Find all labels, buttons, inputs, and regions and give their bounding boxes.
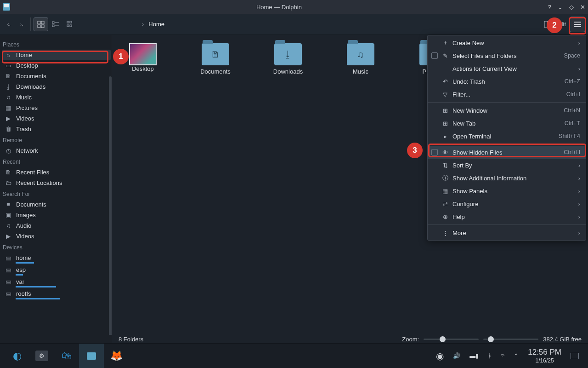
folder-music[interactable]: ♫Music [343,43,379,75]
menu-item-configure[interactable]: ⇄Configure› [428,197,586,210]
menu-item-create-new[interactable]: ＋Create New› [428,36,586,49]
start-button[interactable]: ◐ [5,344,29,368]
chevron-right-icon: › [142,21,144,28]
chevron-right-icon: › [578,213,580,220]
steam-tray-icon[interactable]: ◉ [436,351,444,362]
sidebar-item-icon: 🗎 [5,73,12,80]
callout-box-1 [2,51,108,63]
breadcrumb[interactable]: › Home [142,21,164,28]
menu-item-undo-trash[interactable]: ↶Undo: TrashCtrl+Z [428,75,586,88]
menu-shortcut: Ctrl+I [566,91,580,98]
sidebar-head-places: Places [2,39,111,50]
sidebar-item-label: Downloads [16,83,45,90]
volume-tray-icon[interactable]: 🔊 [453,352,460,359]
sidebar-item-icon: ◷ [5,147,12,154]
sidebar-item-network[interactable]: ◷Network [2,145,111,156]
icon-view-button[interactable] [34,17,48,31]
title-bar: Home — Dolphin ? ⌄ ◇ ✕ [0,0,588,14]
sidebar-item-icon: 🖴 [5,266,12,273]
bluetooth-tray-icon[interactable]: ᚼ [488,352,492,359]
wifi-tray-icon[interactable]: ⌔ [501,352,504,359]
zoom-slider[interactable] [424,339,479,340]
close-icon[interactable]: ✕ [580,4,585,11]
sidebar-item-recent-locations[interactable]: 🗁Recent Locations [2,178,111,188]
folder-desktop[interactable]: Desktop [125,43,161,75]
sidebar-item-esp[interactable]: 🖴esp [2,264,111,275]
forward-button[interactable]: ›. [16,18,28,30]
menu-icon: ↶ [441,78,449,85]
sidebar-item-music[interactable]: ♫Music [2,92,111,103]
menu-shortcut: Shift+F4 [559,133,580,139]
menu-item-new-window[interactable]: ⊞New WindowCtrl+N [428,104,586,117]
minimize-icon[interactable]: ⌄ [558,4,563,11]
chevron-right-icon: › [578,230,580,236]
menu-item-help[interactable]: ⊕Help› [428,210,586,223]
chevron-up-icon[interactable]: ⌃ [514,352,519,359]
sidebar-item-recent-files[interactable]: 🗎Recent Files [2,167,111,178]
svg-rect-11 [70,25,72,27]
menu-item-new-tab[interactable]: ⊞New TabCtrl+T [428,117,586,130]
battery-tray-icon[interactable]: ▬▮ [469,352,479,359]
folder-icon: 🗎 [202,43,229,65]
sidebar-item-images[interactable]: ▣Images [2,210,111,220]
clock[interactable]: 12:56 PM 1/16/25 [528,348,561,364]
settings-app-icon[interactable]: ⚙ [29,344,54,368]
details-view-button[interactable] [63,17,78,31]
menu-label: Help [452,213,575,220]
sidebar-scrollbar[interactable] [109,76,112,335]
svg-rect-2 [38,25,40,28]
folder-documents[interactable]: 🗎Documents [198,43,233,75]
callout-3: 3 [407,143,423,158]
dolphin-app-icon[interactable] [79,344,104,368]
sidebar-head-recent: Recent [2,156,111,167]
callout-box-2 [569,17,586,34]
sidebar-item-downloads[interactable]: ⭳Downloads [2,81,111,92]
help-icon[interactable]: ? [548,4,551,11]
sidebar-item-rootfs[interactable]: 🖴rootfs [2,288,111,299]
zoom-slider-2[interactable] [483,339,538,340]
menu-item-select-files-and-folders[interactable]: ✎Select Files and FoldersSpace [428,49,586,62]
sidebar-item-home[interactable]: 🖴home [2,253,111,263]
folder-label: Music [353,68,368,75]
menu-item-sort-by[interactable]: ⇅Sort By› [428,159,586,172]
sidebar-item-videos[interactable]: ▶Videos [2,231,111,242]
menu-label: Filter... [452,91,563,98]
chevron-right-icon: › [578,40,580,46]
menu-icon: ⊕ [441,213,449,220]
menu-label: New Window [452,107,560,114]
menu-icon: ⓘ [441,174,449,182]
menu-icon: ▸ [441,133,449,140]
show-desktop-button[interactable] [571,353,579,359]
breadcrumb-home[interactable]: Home [148,21,164,28]
maximize-icon[interactable]: ◇ [569,4,574,11]
sidebar-item-documents[interactable]: ≡Documents [2,199,111,210]
folder-downloads[interactable]: ⭳Downloads [270,43,306,75]
menu-item-show-panels[interactable]: ▦Show Panels› [428,184,586,197]
chevron-right-icon: › [578,188,580,195]
menu-label: Actions for Current View [452,65,575,72]
sidebar-item-icon: 🖴 [5,278,12,285]
menu-item-show-additional-information[interactable]: ⓘShow Additional Information› [428,172,586,184]
sidebar-item-label: Images [16,212,36,218]
sidebar-item-videos[interactable]: ▶Videos [2,113,111,124]
menu-icon: ＋ [441,39,449,47]
sidebar-item-audio[interactable]: ♫Audio [2,220,111,231]
taskbar: ◐ ⚙ 🛍 🦊 ◉ 🔊 ▬▮ ᚼ ⌔ ⌃ 12:56 PM 1/16/25 [0,343,588,368]
firefox-app-icon[interactable]: 🦊 [104,344,129,368]
compact-view-button[interactable] [48,17,63,31]
sidebar-item-documents[interactable]: 🗎Documents [2,71,111,81]
menu-item-more[interactable]: ⋮More› [428,226,586,239]
back-button[interactable]: ‹. [3,18,15,30]
sidebar-item-trash[interactable]: 🗑Trash [2,124,111,134]
sidebar-item-label: rootfs [16,290,31,297]
folder-label: Documents [200,68,231,75]
menu-item-open-terminal[interactable]: ▸Open TerminalShift+F4 [428,130,586,143]
folder-icon: ⭳ [274,43,302,65]
menu-item-actions-for-current-view[interactable]: Actions for Current View› [428,62,586,75]
sidebar-item-pictures[interactable]: ▦Pictures [2,103,111,113]
sidebar-item-var[interactable]: 🖴var [2,276,111,287]
store-app-icon[interactable]: 🛍 [54,344,79,368]
menu-item-filter-[interactable]: ▽Filter...Ctrl+I [428,88,586,101]
sidebar-item-icon: ♫ [5,94,12,101]
status-bar: 8 Folders Zoom: 382.4 GiB free [112,335,588,343]
